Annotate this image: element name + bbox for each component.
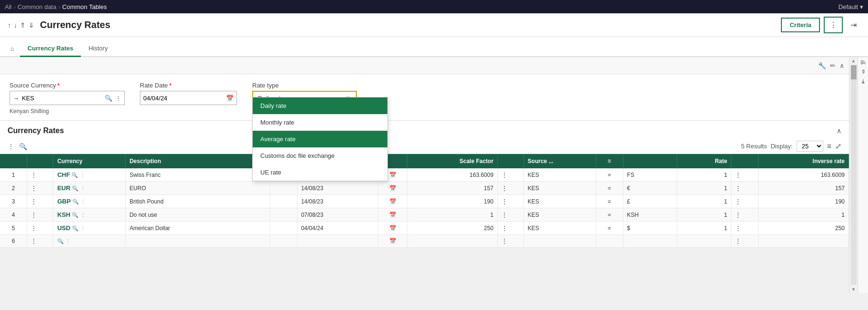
table-row: 4 ⋮ KSH 🔍 ⋮ Do not use 07/08/23 📅 1 ⋮: [0, 208, 849, 222]
rate-type-option-daily[interactable]: Daily rate: [253, 97, 387, 114]
scrollbar-up[interactable]: ▲: [850, 57, 857, 64]
col-row-actions: [0, 154, 27, 168]
col-rate-empty: [623, 154, 677, 168]
rate-type-option-customs[interactable]: Customs doc file exchange: [253, 147, 387, 164]
col-currency: Currency: [53, 154, 126, 168]
header-actions: Criteria ⋮ ⇥: [781, 17, 860, 33]
col-rate: Rate: [677, 154, 731, 168]
tab-home[interactable]: ⌂: [5, 41, 20, 56]
section-title: Currency Rates: [8, 126, 64, 135]
table-container: Currency Description Scale Factor Source…: [0, 154, 849, 248]
row-num: 1: [0, 168, 27, 182]
col-description: Description: [126, 154, 270, 168]
form-area: Source Currency * → 🔍 ⋮ Kenyan Shilling …: [0, 74, 849, 121]
nav-arrows: ↑ ↓ ⇑ ⇓: [8, 21, 34, 29]
row-rate: 1: [677, 168, 731, 182]
more-options-button[interactable]: ⋮: [824, 17, 843, 33]
tab-bar: ⌂ Currency Rates History: [0, 37, 868, 57]
collapse-icon[interactable]: ∧: [839, 62, 844, 69]
breadcrumb-common-data[interactable]: Common data: [18, 3, 57, 10]
col-scale-factor: Scale Factor: [407, 154, 498, 168]
col-equals: =: [596, 154, 623, 168]
table-row: 2 ⋮ EUR 🔍 ⋮ EURO 14/08/23 📅 157 ⋮: [0, 182, 849, 195]
col-scale-dots: [497, 154, 523, 168]
page-title: Currency Rates: [40, 19, 781, 30]
rate-date-input-wrapper: 📅: [140, 91, 237, 105]
results-count: 5 Results: [741, 143, 767, 150]
nav-up-icon[interactable]: ↑: [8, 21, 11, 29]
more-icon[interactable]: ⋮: [115, 95, 121, 102]
rate-date-input[interactable]: [143, 95, 223, 102]
source-currency-label: Source Currency *: [10, 82, 125, 89]
table-row: 3 ⋮ GBP 🔍 ⋮ British Pound 14/08/23 📅 190…: [0, 195, 849, 208]
rate-type-field: Rate type Daily rate ▼ Daily rate Monthl…: [252, 82, 357, 105]
rate-date-field: Rate Date * 📅: [140, 82, 237, 105]
pencil-icon[interactable]: ✏: [830, 62, 836, 69]
results-info: 5 Results Display: 25 50 100 ≡ ⤢: [741, 141, 841, 152]
rate-type-option-ue[interactable]: UE rate: [253, 164, 387, 181]
rate-type-option-average[interactable]: Average rate: [253, 131, 387, 147]
default-button[interactable]: Default ▾: [838, 3, 863, 10]
section-collapse-icon[interactable]: ∧: [837, 127, 841, 135]
arrow-icon: →: [13, 95, 19, 102]
rate-type-dropdown: Daily rate Monthly rate Average rate Cus…: [252, 97, 388, 181]
calendar-icon[interactable]: 📅: [226, 95, 234, 102]
table-row: 5 ⋮ USD 🔍 ⋮ American Dollar 04/04/24 📅 2…: [0, 222, 849, 235]
scrollbar-down[interactable]: ▼: [850, 286, 857, 293]
scrollbar-track[interactable]: [851, 65, 857, 285]
nav-down-icon[interactable]: ↓: [14, 21, 17, 29]
breadcrumb: All › Common data › Common Tables: [5, 3, 838, 10]
criteria-button[interactable]: Criteria: [781, 18, 820, 32]
row-source: KES: [523, 168, 596, 182]
table-menu-icon[interactable]: ⋮: [8, 143, 14, 150]
col-source: Source ...: [523, 154, 596, 168]
rate-type-label: Rate type: [252, 82, 357, 89]
expand-icon[interactable]: ⤢: [835, 142, 841, 151]
source-currency-field: Source Currency * → 🔍 ⋮ Kenyan Shilling: [10, 82, 125, 115]
stack-icon[interactable]: ≡: [827, 142, 831, 151]
row-inverse: 163.6009: [759, 168, 849, 182]
source-currency-input-wrapper: → 🔍 ⋮: [10, 91, 125, 105]
display-label: Display:: [770, 143, 792, 150]
main-content: 🔧 ✏ ∧ Source Currency * → 🔍 ⋮ Kenyan Shi…: [0, 57, 868, 293]
row-rate-dots[interactable]: ⋮: [731, 168, 759, 182]
tab-currency-rates[interactable]: Currency Rates: [20, 41, 81, 57]
scrollbar-thumb[interactable]: [851, 65, 857, 79]
wrench-icon[interactable]: 🔧: [818, 62, 826, 69]
row-scale-dots[interactable]: ⋮: [497, 168, 523, 182]
table-row: 1 ⋮ CHF 🔍 ⋮ Swiss Franc 14/08/23 📅 163.6…: [0, 168, 849, 182]
print-icon[interactable]: 🖨: [860, 59, 867, 65]
col-rate-dots: [731, 154, 759, 168]
rate-type-option-monthly[interactable]: Monthly rate: [253, 114, 387, 131]
data-table: Currency Description Scale Factor Source…: [0, 154, 849, 248]
edit-icon[interactable]: ✏: [860, 69, 867, 74]
row-scale: 163.6009: [407, 168, 498, 182]
col-dots: [27, 154, 53, 168]
search-icon[interactable]: 🔍: [105, 95, 112, 102]
source-hint: Kenyan Shilling: [10, 108, 125, 115]
tab-history[interactable]: History: [81, 41, 115, 57]
nav-first-icon[interactable]: ⇑: [20, 21, 26, 29]
row-dots[interactable]: ⋮: [27, 168, 53, 182]
table-search-icon[interactable]: 🔍: [19, 143, 27, 150]
nav-last-icon[interactable]: ⇓: [29, 21, 34, 29]
header-row: ↑ ↓ ⇑ ⇓ Currency Rates Criteria ⋮ ⇥: [0, 13, 868, 37]
content-area: 🔧 ✏ ∧ Source Currency * → 🔍 ⋮ Kenyan Shi…: [0, 57, 849, 293]
section-controls: ∧: [837, 127, 841, 135]
breadcrumb-current: Common Tables: [62, 3, 107, 10]
right-panel: 🖨 ✏ ⇥: [858, 57, 868, 293]
row-equals: =: [596, 168, 623, 182]
col-inverse-rate: Inverse rate: [759, 154, 849, 168]
row-description: Swiss Franc: [126, 168, 270, 182]
top-bar: All › Common data › Common Tables Defaul…: [0, 0, 868, 13]
table-empty-row: 6 ⋮ 🔍 ⋮ 📅 ⋮: [0, 235, 849, 248]
row-rate-symbol: FS: [623, 168, 677, 182]
share-icon[interactable]: ⇥: [860, 79, 867, 84]
table-toolbar: ⋮ 🔍 5 Results Display: 25 50 100 ≡ ⤢: [0, 139, 849, 154]
source-currency-input[interactable]: [22, 95, 102, 102]
breadcrumb-all[interactable]: All: [5, 3, 11, 10]
scrollbar: ▲ ▼: [849, 57, 858, 293]
display-select[interactable]: 25 50 100: [797, 141, 823, 152]
sub-toolbar: 🔧 ✏ ∧: [0, 57, 849, 74]
export-button[interactable]: ⇥: [847, 18, 860, 32]
